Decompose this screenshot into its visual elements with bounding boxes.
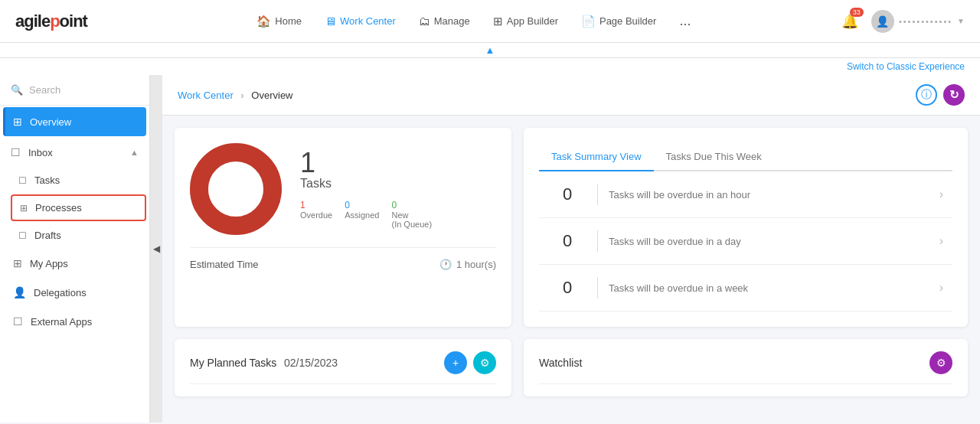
search-button[interactable]: 🔍 Search <box>0 75 149 106</box>
task-row-count-2: 0 <box>548 278 586 298</box>
estimated-time-label: Estimated Time <box>190 259 259 270</box>
task-row-1[interactable]: 0 Tasks will be overdue in a day › <box>539 218 952 265</box>
refresh-button[interactable]: ↻ <box>943 84 965 106</box>
sidebar-item-processes[interactable]: ⊞ Processes <box>11 194 146 221</box>
nav-more[interactable]: ... <box>670 7 700 35</box>
task-row-desc-2: Tasks will be overdue in a week <box>609 282 939 294</box>
sidebar-item-my-apps[interactable]: ⊞ My Apps <box>0 249 149 278</box>
sidebar-item-drafts[interactable]: ☐ Drafts <box>8 222 149 249</box>
sidebar-item-overview[interactable]: ⊞ Overview <box>3 107 146 136</box>
sidebar-item-tasks[interactable]: ☐ Tasks <box>8 167 149 194</box>
classic-experience-link[interactable]: Switch to Classic Experience <box>0 58 980 75</box>
avatar: 👤 <box>871 10 894 33</box>
sidebar-collapse-button[interactable]: ◀ <box>150 75 162 422</box>
task-count-label: Tasks <box>300 177 432 191</box>
manage-icon: 🗂 <box>419 15 430 28</box>
chevron-up-icon: ▲ <box>485 44 495 56</box>
watchlist-title: Watchlist <box>539 357 582 369</box>
logo-dot: p <box>50 11 59 31</box>
task-summary-card: Task Summary View Tasks Due This Week 0 … <box>524 128 968 327</box>
inbox-icon: ☐ <box>11 146 21 158</box>
tabs-area: Task Summary View Tasks Due This Week 0 … <box>539 143 952 311</box>
chevron-right-icon-0: › <box>939 188 943 201</box>
planned-tasks-settings-button[interactable]: ⚙ <box>473 351 496 374</box>
breadcrumb-parent[interactable]: Work Center <box>178 90 234 101</box>
page-builder-icon: 📄 <box>581 15 596 28</box>
planned-tasks-title: My Planned Tasks <box>190 357 276 369</box>
overdue-label: Overdue <box>300 210 332 220</box>
nav-right: 🔔 33 👤 •••••••••••• ▼ <box>838 9 965 34</box>
inbox-children: ☐ Tasks ⊞ Processes ☐ Drafts <box>0 167 149 249</box>
watchlist-header: Watchlist ⚙ <box>539 351 952 374</box>
task-count-number: 1 <box>300 149 432 177</box>
task-row-0[interactable]: 0 Tasks will be overdue in an hour › <box>539 171 952 218</box>
planned-tasks-title-area: My Planned Tasks 02/15/2023 <box>190 357 338 369</box>
breadcrumb-text: Work Center › Overview <box>178 90 293 101</box>
logo-text: agile <box>15 11 50 31</box>
breadcrumb-current: Overview <box>251 90 292 101</box>
nav-manage[interactable]: 🗂 Manage <box>410 8 479 34</box>
planned-tasks-divider <box>190 383 496 384</box>
donut-svg <box>190 143 282 235</box>
planned-tasks-header: My Planned Tasks 02/15/2023 + ⚙ <box>190 351 496 374</box>
watchlist-settings-button[interactable]: ⚙ <box>929 351 952 374</box>
user-icon: 👤 <box>876 15 889 28</box>
nav-collapse-bar[interactable]: ▲ <box>0 43 980 58</box>
assigned-label: Assigned <box>345 210 379 220</box>
stats-row: 1 Tasks 1 Overdue 0 Assigned <box>190 143 496 235</box>
drafts-icon: ☐ <box>18 230 27 241</box>
nav-page-builder[interactable]: 📄 Page Builder <box>572 8 665 34</box>
search-icon: 🔍 <box>11 84 23 96</box>
top-navigation: agilepoint 🏠 Home 🖥 Work Center 🗂 Manage… <box>0 0 980 43</box>
task-overview-card: 1 Tasks 1 Overdue 0 Assigned <box>175 128 511 327</box>
task-row-count-1: 0 <box>548 231 586 251</box>
processes-icon: ⊞ <box>20 203 28 214</box>
logo: agilepoint <box>15 11 87 31</box>
monitor-icon: 🖥 <box>325 15 336 28</box>
sidebar: 🔍 Search ⊞ Overview ☐ Inbox ▲ ☐ Tasks ⊞ … <box>0 75 150 422</box>
logo-text2: oint <box>60 11 87 31</box>
notifications-button[interactable]: 🔔 33 <box>838 9 862 34</box>
inbox-chevron-icon: ▲ <box>130 148 139 157</box>
breadcrumb-separator: › <box>240 90 243 101</box>
assigned-count: 0 <box>345 200 350 210</box>
info-button[interactable]: ⓘ <box>916 84 937 106</box>
nav-items: 🏠 Home 🖥 Work Center 🗂 Manage ⊞ App Buil… <box>110 7 838 35</box>
watchlist-divider <box>539 383 952 384</box>
chevron-down-icon: ▼ <box>957 17 965 25</box>
watchlist-card: Watchlist ⚙ <box>524 339 968 396</box>
tab-task-summary[interactable]: Task Summary View <box>539 143 654 171</box>
new-label: New <box>391 210 432 220</box>
home-icon: 🏠 <box>256 15 271 28</box>
user-name: •••••••••••• <box>899 17 952 26</box>
tab-tasks-due[interactable]: Tasks Due This Week <box>654 143 774 171</box>
new-count: 0 <box>391 200 397 210</box>
external-apps-icon: ☐ <box>13 315 23 328</box>
bottom-cards-row: My Planned Tasks 02/15/2023 + ⚙ Watchlis… <box>162 339 980 409</box>
sidebar-item-delegations[interactable]: 👤 Delegations <box>0 278 149 307</box>
new-stat: 0 New (In Queue) <box>391 200 432 229</box>
tab-bar: Task Summary View Tasks Due This Week <box>539 143 952 171</box>
estimated-time-value: 1 hour(s) <box>456 259 496 270</box>
new-sublabel: (In Queue) <box>391 220 432 229</box>
estimated-time-row: Estimated Time 🕐 1 hour(s) <box>190 247 496 270</box>
nav-app-builder[interactable]: ⊞ App Builder <box>484 8 567 34</box>
overview-icon: ⊞ <box>13 116 22 128</box>
user-menu[interactable]: 👤 •••••••••••• ▼ <box>871 10 965 33</box>
notification-badge: 33 <box>850 8 864 17</box>
planned-tasks-card: My Planned Tasks 02/15/2023 + ⚙ <box>175 339 511 396</box>
app-builder-icon: ⊞ <box>493 15 503 28</box>
nav-home[interactable]: 🏠 Home <box>247 8 311 34</box>
add-planned-task-button[interactable]: + <box>444 351 467 374</box>
task-row-2[interactable]: 0 Tasks will be overdue in a week › <box>539 265 952 311</box>
sidebar-item-inbox[interactable]: ☐ Inbox ▲ <box>0 138 149 167</box>
overdue-stat: 1 Overdue <box>300 200 332 229</box>
chevron-right-icon-2: › <box>939 281 943 295</box>
sidebar-item-external-apps[interactable]: ☐ External Apps <box>0 307 149 336</box>
assigned-stat: 0 Assigned <box>345 200 379 229</box>
nav-work-center[interactable]: 🖥 Work Center <box>315 8 405 34</box>
clock-icon: 🕐 <box>439 259 452 270</box>
breadcrumb: Work Center › Overview ⓘ ↻ <box>162 75 980 116</box>
content-area: Work Center › Overview ⓘ ↻ <box>162 75 980 422</box>
cards-row: 1 Tasks 1 Overdue 0 Assigned <box>162 116 980 339</box>
